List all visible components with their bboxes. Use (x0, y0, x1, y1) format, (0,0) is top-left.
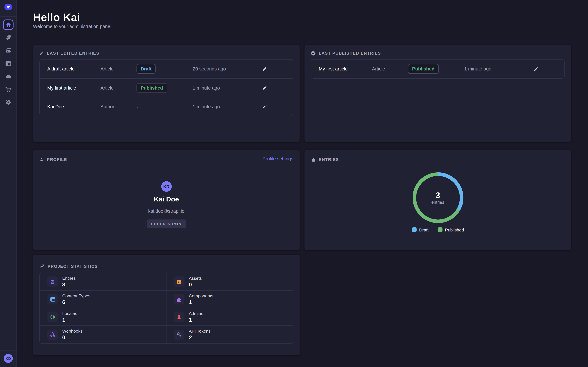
stats-table: Entries 3 Assets 0 Content-Types 6 (39, 273, 293, 344)
table-row: My first article Article Published 1 min… (40, 78, 293, 97)
entry-type: Article (372, 66, 408, 71)
marketplace-cart-icon (5, 86, 11, 92)
page-subtitle: Welcome to your administration panel (33, 24, 111, 29)
legend-swatch-published (438, 227, 442, 232)
cloud-icon (5, 73, 11, 80)
pencil-icon (262, 67, 267, 71)
stat-label: Admins (189, 311, 203, 316)
sidebar-item-deploy[interactable] (3, 71, 13, 82)
admins-person-icon (174, 312, 184, 322)
profile-avatar: KD (161, 181, 172, 192)
edit-entry-button[interactable] (261, 103, 268, 110)
content-types-icon (47, 294, 58, 304)
media-library-icon (5, 48, 11, 54)
sidebar-divider-bottom (0, 350, 17, 351)
stat-value: 6 (62, 299, 90, 305)
stat-label: Components (189, 293, 213, 298)
stat-label: Content-Types (62, 293, 90, 298)
stat-cell-content-types: Content-Types 6 (40, 291, 166, 308)
sidebar-item-marketplace[interactable] (3, 84, 13, 95)
card-header: PROFILE (39, 156, 67, 163)
entry-time: 1 minute ago (193, 85, 261, 90)
card-header: PROJECT STATISTICS (39, 263, 98, 270)
chart-legend: Draft Published (304, 227, 571, 232)
pencil-icon (534, 67, 538, 71)
content-type-builder-icon (5, 61, 11, 67)
content-manager-icon (5, 34, 11, 41)
sidebar: KD (0, 0, 17, 367)
card-title: LAST EDITED ENTRIES (47, 51, 99, 55)
card-title: LAST PUBLISHED ENTRIES (319, 51, 381, 55)
sidebar-item-settings[interactable] (3, 97, 13, 108)
stat-value: 0 (189, 281, 202, 287)
stat-value: 1 (62, 317, 77, 323)
stat-cell-assets: Assets 0 (166, 273, 293, 291)
last-edited-entries-card: LAST EDITED ENTRIES A draft article Arti… (33, 45, 300, 142)
card-title: PROJECT STATISTICS (48, 264, 98, 269)
entry-time: 1 minute ago (464, 66, 533, 71)
stat-cell-admins: Admins 1 (166, 308, 293, 326)
stat-label: Assets (189, 276, 202, 280)
card-header: LAST PUBLISHED ENTRIES (311, 50, 381, 57)
entry-name: My first article (319, 66, 372, 71)
stat-cell-webhooks: Webhooks 0 (40, 326, 166, 343)
entry-name: A draft article (47, 66, 100, 71)
profile-initials: KD (163, 184, 169, 189)
strapi-logo-icon (6, 5, 11, 9)
table-row: Kai Doe Author - 1 minute ago (40, 97, 293, 116)
stat-label: Entries (62, 276, 76, 280)
edit-entry-button[interactable] (261, 85, 268, 91)
locales-globe-icon (47, 312, 58, 322)
strapi-logo[interactable] (5, 4, 12, 10)
stat-cell-entries: Entries 3 (40, 273, 166, 291)
edit-entry-button[interactable] (261, 66, 268, 72)
last-edited-table: A draft article Article Draft 20 seconds… (39, 59, 293, 116)
edit-entry-button[interactable] (533, 66, 539, 72)
card-title: PROFILE (47, 157, 67, 162)
entries-donut-chart: 3 entries (412, 172, 464, 224)
donut-center: 3 entries (412, 172, 464, 224)
trending-up-icon (39, 264, 45, 269)
stat-cell-components: Components 1 (166, 291, 293, 308)
sidebar-user-initials: KD (6, 356, 11, 360)
sidebar-item-content-manager[interactable] (3, 32, 13, 42)
entries-total: 3 (435, 191, 440, 200)
stat-value: 1 (189, 317, 203, 323)
status-badge: Published (137, 83, 167, 93)
entries-total-label: entries (431, 200, 444, 205)
sidebar-item-home[interactable] (3, 19, 13, 30)
profile-settings-link[interactable]: Profile settings (262, 156, 293, 161)
sidebar-item-content-type-builder[interactable] (3, 58, 13, 69)
legend-label: Draft (419, 227, 428, 232)
status-badge: Published (408, 64, 439, 74)
check-circle-icon (311, 51, 316, 56)
entry-type: Article (100, 85, 136, 90)
stat-value: 2 (189, 334, 210, 340)
pencil-icon (262, 85, 267, 90)
stat-label: Locales (62, 311, 77, 316)
sidebar-item-media-library[interactable] (3, 45, 13, 56)
legend-item-published: Published (438, 227, 464, 232)
sidebar-divider-top (0, 17, 17, 17)
legend-label: Published (445, 227, 464, 232)
assets-icon (174, 276, 184, 287)
home-icon (5, 22, 11, 27)
table-row: My first article Article Published 1 min… (311, 59, 564, 78)
person-icon (39, 157, 44, 162)
entries-chart-card: ENTRIES 3 entries Draft (304, 150, 571, 250)
api-tokens-key-icon (174, 329, 184, 340)
card-header: ENTRIES (311, 156, 339, 163)
project-statistics-card: PROJECT STATISTICS Entries 3 Assets 0 (33, 255, 300, 355)
entry-type: Author (100, 104, 136, 109)
status-empty: - (137, 104, 138, 109)
entry-name: My first article (47, 85, 100, 90)
role-badge: SUPER ADMIN (147, 219, 186, 228)
stat-cell-locales: Locales 1 (40, 308, 166, 326)
sidebar-user-avatar[interactable]: KD (4, 354, 13, 363)
profile-card: PROFILE Profile settings KD Kai Doe kai.… (33, 150, 300, 250)
main-content: Hello Kai Welcome to your administration… (17, 0, 588, 367)
entry-name: Kai Doe (47, 104, 100, 109)
stat-label: Webhooks (62, 329, 82, 334)
card-header: LAST EDITED ENTRIES (39, 50, 99, 57)
components-icon (174, 294, 184, 304)
